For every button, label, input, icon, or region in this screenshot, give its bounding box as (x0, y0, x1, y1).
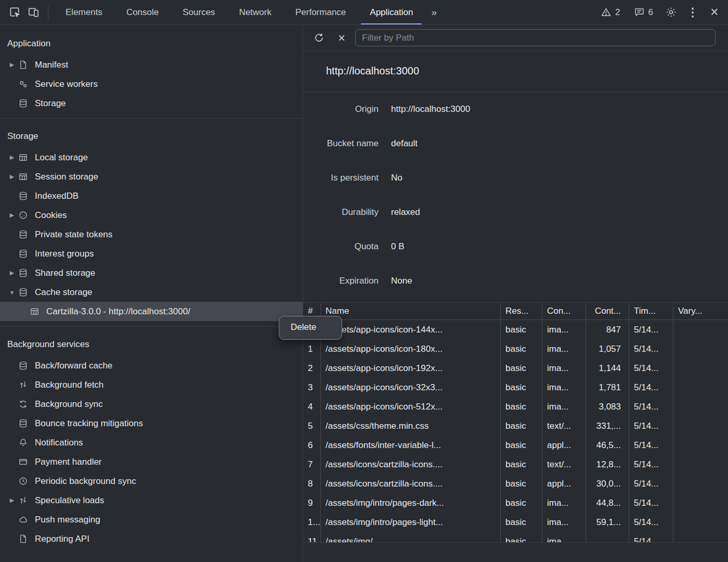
table-row[interactable]: 11/assets/img/...basicima......5/14... (303, 532, 728, 542)
chevron-right-icon[interactable]: ▶ (6, 61, 18, 68)
tab-network[interactable]: Network (227, 0, 283, 24)
sidebar-item-reporting-api[interactable]: Reporting API (0, 529, 303, 548)
clear-icon[interactable]: × (332, 29, 351, 47)
sidebar-item-interest-groups[interactable]: Interest groups (0, 244, 303, 263)
sidebar-item-local-storage[interactable]: ▶Local storage (0, 148, 303, 167)
table-cell: 1... (303, 513, 321, 532)
table-header-cell[interactable]: Con... (542, 303, 586, 320)
warning-count: 2 (615, 7, 620, 18)
table-row[interactable]: 0/assets/app-icons/icon-144x...basicima.… (303, 320, 728, 339)
sidebar-item-payment-handler[interactable]: Payment handler (0, 452, 303, 471)
table-cell: 2 (303, 359, 321, 378)
inspect-element-icon[interactable] (5, 3, 24, 22)
warnings-counter[interactable]: 2 (595, 7, 625, 18)
table-cell: basic (501, 455, 542, 474)
table-row[interactable]: 3/assets/app-icons/icon-32x3...basicima.… (303, 378, 728, 397)
sidebar-item-service-workers[interactable]: Service workers (0, 74, 303, 94)
more-tabs-button[interactable]: » (425, 7, 443, 18)
table-cell: 11 (303, 532, 321, 542)
sidebar-item-push-messaging[interactable]: Push messaging (0, 510, 303, 529)
sidebar-item-session-storage[interactable]: ▶Session storage (0, 167, 303, 186)
tab-sources[interactable]: Sources (171, 0, 227, 24)
table-cell: /assets/css/theme.min.css (321, 416, 501, 436)
sidebar-item-manifest[interactable]: ▶Manifest (0, 55, 303, 74)
sidebar-section-background-services: Background services (0, 332, 303, 356)
table-header-cell[interactable]: Name (321, 303, 501, 320)
chevron-right-icon[interactable]: ▶ (6, 270, 18, 276)
table-cell: ima... (542, 532, 586, 542)
sidebar-item-cache-storage[interactable]: ▼Cache storage (0, 283, 303, 302)
sidebar-item-label: Cache storage (35, 287, 93, 298)
sidebar-item-shared-storage[interactable]: ▶Shared storage (0, 263, 303, 283)
table-cell: 5/14... (629, 320, 673, 339)
table-cell: 331,... (586, 416, 629, 436)
table-cell (673, 320, 728, 339)
sidebar-item-background-fetch[interactable]: Background fetch (0, 375, 303, 394)
table-cell: 44,8... (586, 493, 629, 513)
sidebar-item-speculative-loads[interactable]: ▶Speculative loads (0, 491, 303, 510)
close-devtools-icon[interactable]: × (705, 3, 724, 22)
more-options-icon[interactable]: ⋮ (683, 3, 702, 22)
table-row[interactable]: 6/assets/fonts/inter-variable-l...basica… (303, 436, 728, 455)
filter-by-path-input[interactable] (355, 29, 716, 46)
sidebar-item-notifications[interactable]: Notifications (0, 433, 303, 452)
table-cell: /assets/img/intro/pages-light... (321, 513, 501, 532)
chevron-right-icon[interactable]: ▶ (6, 212, 18, 219)
table-header-cell[interactable]: Res... (501, 303, 542, 320)
devtools-main: Application▶ManifestService workersStora… (0, 25, 728, 562)
tab-console[interactable]: Console (114, 0, 171, 24)
sidebar-item-periodic-background-sync[interactable]: Periodic background sync (0, 471, 303, 491)
table-row[interactable]: 8/assets/icons/cartzilla-icons....basica… (303, 474, 728, 493)
table-row[interactable]: 2/assets/app-icons/icon-192x...basicima.… (303, 359, 728, 378)
table-header-cell[interactable]: Vary... (673, 303, 728, 320)
chevron-down-icon[interactable]: ▼ (6, 289, 18, 296)
metadata-row-origin: Originhttp://localhost:3000 (303, 92, 728, 126)
table-cell: ima... (542, 320, 586, 339)
table-cell: 1,781 (586, 378, 629, 397)
sidebar-item-label: Service workers (35, 79, 98, 90)
table-row[interactable]: 9/assets/img/intro/pages-dark...basicima… (303, 493, 728, 513)
context-menu-delete[interactable]: Delete (282, 319, 339, 337)
tab-performance[interactable]: Performance (283, 0, 358, 24)
table-row[interactable]: 7/assets/icons/cartzilla-icons....basict… (303, 455, 728, 474)
sidebar-item-label: Shared storage (35, 268, 95, 278)
sidebar-item-cartzilla-3-0-0-http-localhost-3000[interactable]: Cartzilla-3.0.0 - http://localhost:3000/ (0, 302, 303, 321)
sidebar-item-back-forward-cache[interactable]: Back/forward cache (0, 356, 303, 375)
sidebar-item-private-state-tokens[interactable]: Private state tokens (0, 225, 303, 244)
table-cell: ima... (542, 378, 586, 397)
table-cell: 3,083 (586, 397, 629, 416)
table-cell: basic (501, 397, 542, 416)
table-cell (673, 532, 728, 542)
sidebar-item-indexeddb[interactable]: IndexedDB (0, 186, 303, 206)
metadata-row-bucket-name: Bucket namedefault (303, 126, 728, 161)
sidebar-item-label: Session storage (35, 172, 98, 182)
table-row[interactable]: 1/assets/app-icons/icon-180x...basicima.… (303, 339, 728, 359)
sidebar-item-label: Storage (35, 98, 66, 109)
table-row[interactable]: 5/assets/css/theme.min.cssbasictext/...3… (303, 416, 728, 436)
tab-elements[interactable]: Elements (54, 0, 114, 24)
table-cell (673, 436, 728, 455)
metadata-label: Origin (303, 104, 379, 114)
table-row[interactable]: 4/assets/app-icons/icon-512x...basicima.… (303, 397, 728, 416)
refresh-icon[interactable] (309, 29, 328, 47)
settings-gear-icon[interactable] (661, 3, 680, 22)
chevron-right-icon[interactable]: ▶ (6, 497, 18, 504)
sidebar-item-storage[interactable]: Storage (0, 94, 303, 113)
chevron-right-icon[interactable]: ▶ (6, 173, 18, 180)
table-cell: 1,144 (586, 359, 629, 378)
table-cell: 5/14... (629, 513, 673, 532)
sidebar-item-bounce-tracking-mitigations[interactable]: Bounce tracking mitigations (0, 414, 303, 433)
issues-counter[interactable]: 6 (629, 7, 658, 18)
table-row[interactable]: 1.../assets/img/intro/pages-light...basi… (303, 513, 728, 532)
table-header-cell[interactable]: Tim... (629, 303, 673, 320)
table-header-cell[interactable]: Cont... (586, 303, 629, 320)
table-cell: /assets/app-icons/icon-192x... (321, 359, 501, 378)
context-menu: Delete (279, 316, 342, 340)
cloud-icon (18, 514, 29, 525)
sidebar-item-cookies[interactable]: ▶Cookies (0, 206, 303, 225)
tab-application[interactable]: Application (358, 0, 425, 24)
device-toolbar-icon[interactable] (24, 3, 43, 22)
sidebar-item-background-sync[interactable]: Background sync (0, 394, 303, 414)
table-header-row: #NameRes...Con...Cont...Tim...Vary... (303, 303, 728, 320)
chevron-right-icon[interactable]: ▶ (6, 154, 18, 161)
